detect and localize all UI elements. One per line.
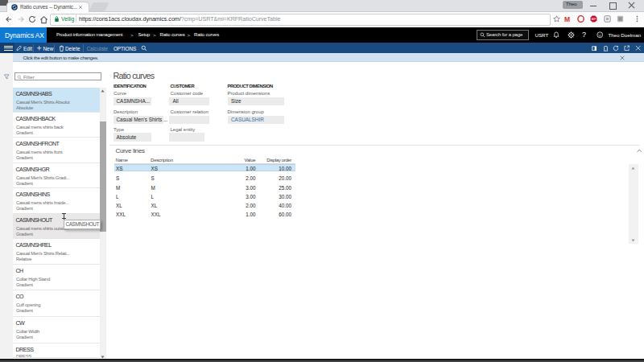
svg-text:ABP: ABP — [592, 17, 597, 20]
